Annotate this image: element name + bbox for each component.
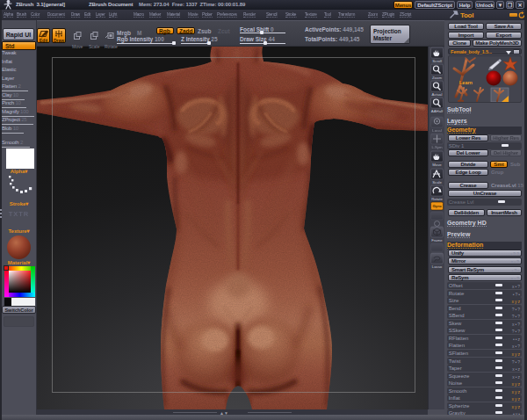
- svg-text:L.Sym: L.Sym: [431, 145, 443, 149]
- svg-text:Gyro: Gyro: [432, 204, 441, 208]
- svg-text:Lasso: Lasso: [432, 264, 443, 269]
- svg-text:Scroll: Scroll: [432, 59, 442, 63]
- svg-text:AAHalf: AAHalf: [431, 109, 444, 113]
- svg-text:Rotate: Rotate: [431, 197, 443, 201]
- svg-text:Local: Local: [432, 128, 441, 133]
- svg-text:Actual: Actual: [432, 92, 443, 97]
- svg-text:Scale: Scale: [432, 180, 442, 185]
- svg-text:Zoom: Zoom: [432, 76, 442, 80]
- svg-text:Frame: Frame: [431, 238, 443, 243]
- svg-text:Learn: Learn: [459, 80, 473, 85]
- svg-text:Move: Move: [432, 163, 442, 167]
